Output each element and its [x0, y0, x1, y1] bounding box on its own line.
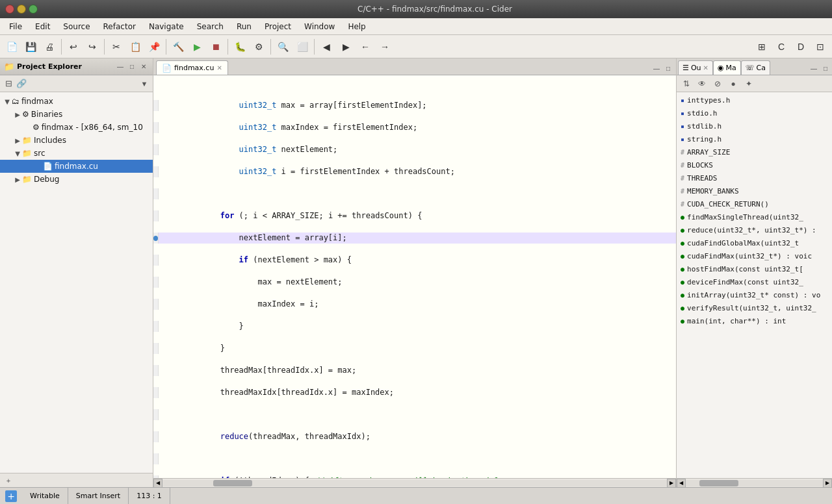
tab-close-button[interactable]: ✕ — [216, 64, 222, 71]
explorer-view-menu-button[interactable]: ▼ — [138, 78, 150, 90]
editor-restore-button[interactable]: □ — [663, 63, 673, 73]
debug-button[interactable]: 🐛 — [231, 38, 249, 56]
forward-button[interactable]: → — [376, 38, 394, 56]
outline-reduce[interactable]: ● reduce(uint32_t*, uint32_t*) : — [677, 223, 832, 236]
back-button[interactable]: ← — [356, 38, 374, 56]
tab-call[interactable]: ☏ Ca — [741, 60, 770, 75]
menu-run[interactable]: Run — [230, 20, 258, 33]
new-file-button[interactable]: 📄 — [3, 38, 21, 56]
collapse-all-button[interactable]: ⊟ — [3, 78, 14, 90]
code-editor[interactable]: uint32_t max = array[firstElementIndex];… — [153, 75, 676, 478]
outline-host-find-max[interactable]: ● hostFindMax(const uint32_t[ — [677, 262, 832, 275]
explorer-minimize-button[interactable]: — — [115, 62, 125, 72]
right-panel-scrollbar[interactable]: ◀ ▶ — [677, 478, 832, 487]
h-scroll-thumb[interactable] — [213, 480, 252, 486]
outline-star-button[interactable]: ✦ — [742, 77, 756, 91]
outline-array-size[interactable]: # ARRAY_SIZE — [677, 145, 832, 158]
open-type-button[interactable]: ⬜ — [293, 38, 311, 56]
print-button[interactable]: 🖨 — [40, 38, 58, 56]
menu-file[interactable]: File — [3, 20, 29, 33]
outline-memory-banks[interactable]: # MEMORY_BANKS — [677, 184, 832, 197]
maximize-button[interactable] — [29, 5, 38, 14]
run-button[interactable]: ▶ — [188, 38, 206, 56]
code-line: uint32_t maxIndex = firstElementIndex; — [153, 122, 676, 133]
menu-edit[interactable]: Edit — [29, 20, 57, 33]
cpp-perspective-button[interactable]: C — [772, 38, 790, 56]
close-button[interactable] — [5, 5, 14, 14]
outline-cuda-find-global[interactable]: ● cudaFindGlobalMax(uint32_t — [677, 236, 832, 249]
search-button[interactable]: 🔍 — [274, 38, 292, 56]
cut-button[interactable]: ✂ — [107, 38, 125, 56]
tree-item-findmax[interactable]: ▼ 🗂 findmax — [0, 95, 153, 108]
editor-h-scrollbar[interactable]: ◀ ▶ — [153, 478, 676, 487]
scroll-left-button[interactable]: ◀ — [153, 479, 162, 488]
outline-threads[interactable]: # THREADS — [677, 171, 832, 184]
outline-dot-button[interactable]: ● — [726, 77, 740, 91]
outline-cuda-check[interactable]: # CUDA_CHECK_RETURN() — [677, 197, 832, 210]
copy-button[interactable]: 📋 — [126, 38, 144, 56]
outline-device-find-max[interactable]: ● deviceFindMax(const uint32_ — [677, 275, 832, 288]
outline-string[interactable]: ▪ string.h — [677, 132, 832, 145]
tree-item-binary[interactable]: ▶ ⚙ findmax - [x86_64, sm_10 — [0, 121, 153, 134]
new-file-status-button[interactable]: + — [5, 490, 17, 502]
tree-item-binaries[interactable]: ▶ ⚙ Binaries — [0, 108, 153, 121]
editor-minimize-button[interactable]: — — [651, 63, 662, 73]
save-button[interactable]: 💾 — [21, 38, 40, 56]
prev-edit-button[interactable]: ◀ — [317, 38, 335, 56]
outline-inttypes[interactable]: ▪ inttypes.h — [677, 94, 832, 107]
explorer-close-button[interactable]: ✕ — [138, 62, 149, 72]
right-panel-maximize[interactable]: □ — [820, 63, 831, 73]
menu-search[interactable]: Search — [190, 20, 230, 33]
other-perspective-button[interactable]: ⊡ — [811, 38, 829, 56]
undo-button[interactable]: ↩ — [64, 38, 83, 56]
profile-button[interactable]: ⚙ — [250, 38, 268, 56]
link-editor-button[interactable]: 🔗 — [16, 78, 27, 90]
outline-item-label: stdlib.h — [687, 122, 722, 131]
scroll-right-button[interactable]: ▶ — [667, 479, 676, 488]
window-controls[interactable] — [5, 5, 38, 14]
menu-refactor[interactable]: Refactor — [97, 20, 142, 33]
new-item-button[interactable]: + — [3, 475, 14, 486]
redo-button[interactable]: ↪ — [83, 38, 101, 56]
outline-init-array[interactable]: ● initArray(uint32_t* const) : vo — [677, 288, 832, 301]
gutter — [153, 343, 159, 354]
outline-verify[interactable]: ● verifyResult(uint32_t, uint32_ — [677, 301, 832, 314]
outline-item-label: MEMORY_BANKS — [687, 187, 738, 195]
outline-sort-button[interactable]: ⇅ — [679, 77, 694, 91]
debug-perspective-button[interactable]: D — [792, 38, 810, 56]
outline-filter-button[interactable]: ⊘ — [710, 77, 725, 91]
menu-help[interactable]: Help — [341, 20, 372, 33]
outline-blocks[interactable]: # BLOCKS — [677, 158, 832, 171]
outline-hide-button[interactable]: 👁 — [695, 77, 709, 91]
tree-item-debug[interactable]: ▶ 📁 Debug — [0, 173, 153, 186]
perspectives-button[interactable]: ⊞ — [753, 38, 771, 56]
outline-tab-close[interactable]: ✕ — [703, 64, 708, 71]
paste-button[interactable]: 📌 — [145, 38, 163, 56]
outline-stdlib[interactable]: ▪ stdlib.h — [677, 120, 832, 132]
menu-window[interactable]: Window — [298, 20, 341, 33]
outline-findmax-single[interactable]: ● findMaxSingleThread(uint32_ — [677, 210, 832, 223]
next-edit-button[interactable]: ▶ — [337, 38, 355, 56]
outline-stdio[interactable]: ▪ stdio.h — [677, 107, 832, 120]
right-scroll-right[interactable]: ▶ — [823, 479, 832, 488]
code-line: maxIndex = i; — [153, 299, 676, 310]
tab-outline[interactable]: ☰ Ou ✕ — [678, 60, 713, 75]
tree-item-includes[interactable]: ▶ 📁 Includes — [0, 134, 153, 147]
outline-main[interactable]: ● main(int, char**) : int — [677, 314, 832, 327]
menu-navigate[interactable]: Navigate — [142, 20, 190, 33]
outline-cuda-find-max[interactable]: ● cudaFindMax(uint32_t*) : voic — [677, 249, 832, 262]
tree-item-findmax-cu[interactable]: ▶ 📄 findmax.cu — [0, 160, 153, 173]
menu-source[interactable]: Source — [57, 20, 96, 33]
stop-button[interactable]: ⏹ — [207, 38, 225, 56]
build-button[interactable]: 🔨 — [169, 38, 187, 56]
right-panel-minimize[interactable]: — — [809, 63, 819, 73]
menu-project[interactable]: Project — [258, 20, 298, 33]
gutter — [153, 122, 159, 133]
right-h-thumb[interactable] — [699, 480, 738, 486]
tab-findmax-cu[interactable]: 📄 findmax.cu ✕ — [156, 60, 228, 75]
tab-macro[interactable]: ◉ Ma — [713, 60, 741, 75]
explorer-maximize-button[interactable]: □ — [127, 62, 137, 72]
tree-item-src[interactable]: ▼ 📁 src — [0, 147, 153, 160]
right-scroll-left[interactable]: ◀ — [677, 479, 686, 488]
minimize-button[interactable] — [17, 5, 26, 14]
